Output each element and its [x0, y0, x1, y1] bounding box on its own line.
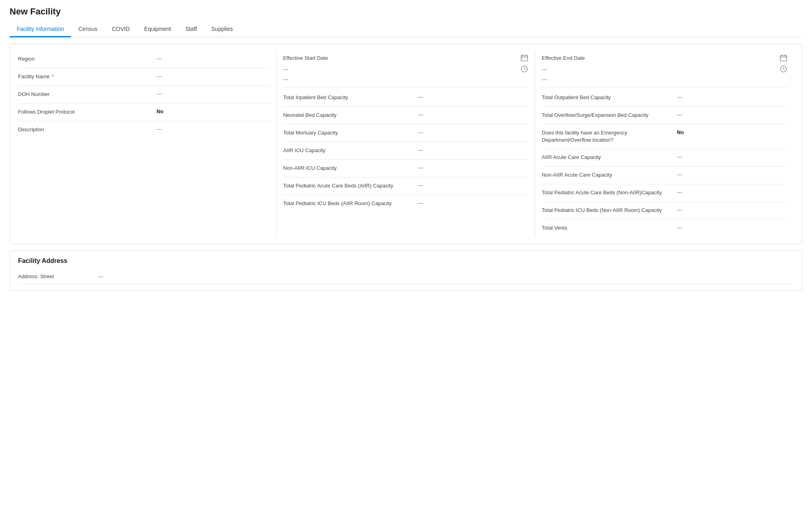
field-aiir-icu: AIIR ICU Capacity ---	[283, 142, 529, 160]
field-peds-non-aiir: Total Pediatric Acute Care Beds (Non-AII…	[542, 184, 788, 202]
col-end-date-beds: Effective End Date ---	[535, 51, 794, 237]
label-effective-end-date: Effective End Date	[542, 55, 585, 61]
label-peds-icu-non-aiir: Total Pediatric ICU Beds (Non-AIIR Room)…	[542, 207, 677, 214]
start-date-value-row: ---	[283, 63, 529, 75]
value-total-vents[interactable]: ---	[677, 224, 788, 230]
label-doh-number: DOH Number	[18, 91, 156, 98]
field-emergency-dept: Does this facility have an Emergency Dep…	[542, 124, 788, 149]
three-col-grid: Region --- Facility Name * --- DOH Numbe…	[18, 51, 794, 237]
value-doh-number[interactable]: ---	[156, 91, 270, 97]
label-neonatal: Neonatal Bed Capacity	[283, 112, 418, 119]
end-time-row: ---	[542, 75, 788, 84]
value-peds-icu-aiir[interactable]: ---	[418, 200, 528, 206]
tab-supplies[interactable]: Supplies	[204, 22, 240, 37]
field-overflow: Total Overflow/Surge/Expansion Bed Capac…	[542, 107, 788, 124]
field-peds-icu-aiir: Total Pediatric ICU Beds (AIIR Room) Cap…	[283, 195, 529, 213]
value-start-time[interactable]: ---	[283, 76, 529, 82]
value-aiir-acute[interactable]: ---	[677, 154, 788, 160]
label-droplet-protocol: Follows Droplet Protocol	[18, 108, 156, 116]
field-peds-icu-non-aiir: Total Pediatric ICU Beds (Non-AIIR Room)…	[542, 202, 788, 220]
field-facility-name: Facility Name * ---	[18, 68, 270, 86]
value-non-aiir-icu[interactable]: ---	[418, 165, 528, 171]
effective-start-date-container: Effective Start Date ---	[283, 51, 529, 88]
value-droplet-protocol[interactable]: No	[156, 108, 270, 114]
label-non-aiir-acute: Non-AIIR Acute Care Capacity	[542, 171, 677, 179]
field-droplet-protocol: Follows Droplet Protocol No	[18, 104, 270, 121]
value-end-date[interactable]: ---	[542, 66, 780, 72]
label-address-street: Address: Street	[18, 273, 98, 279]
calendar-icon-end[interactable]	[780, 54, 788, 62]
field-doh-number: DOH Number ---	[18, 86, 270, 104]
label-overflow: Total Overflow/Surge/Expansion Bed Capac…	[542, 112, 677, 119]
col-start-date-beds: Effective Start Date ---	[277, 51, 536, 237]
value-total-inpatient[interactable]: ---	[418, 94, 528, 100]
tab-covid[interactable]: COVID	[105, 22, 137, 37]
value-peds-aiir[interactable]: ---	[418, 182, 528, 188]
label-aiir-acute: AIIR Acute Care Capacity	[542, 154, 677, 161]
label-peds-aiir: Total Pediatric Acute Care Beds (AIIR) C…	[283, 182, 418, 189]
value-emergency-dept[interactable]: No	[677, 129, 788, 135]
start-time-row: ---	[283, 75, 529, 84]
clock-icon-end[interactable]	[780, 65, 788, 73]
field-mortuary: Total Mortuary Capacity ---	[283, 124, 529, 142]
tab-staff[interactable]: Staff	[178, 22, 204, 37]
value-start-date[interactable]: ---	[283, 66, 521, 72]
label-outpatient: Total Outpatient Bed Capacity	[542, 94, 677, 101]
svg-rect-7	[780, 55, 787, 61]
label-non-aiir-icu: Non-AIIR ICU Capacity	[283, 165, 418, 172]
facility-address-section: Facility Address Address: Street ---	[10, 250, 802, 291]
value-non-aiir-acute[interactable]: ---	[677, 171, 788, 177]
value-region[interactable]: ---	[156, 55, 270, 61]
tab-census[interactable]: Census	[71, 22, 104, 37]
label-total-vents: Total Vents	[542, 224, 677, 232]
end-date-value-row: ---	[542, 63, 788, 75]
svg-line-13	[784, 69, 785, 70]
col-basic-info: Region --- Facility Name * --- DOH Numbe…	[18, 51, 277, 237]
field-description: Description ---	[18, 121, 270, 139]
page-container: New Facility Facility Information Census…	[0, 0, 812, 505]
effective-end-date-container: Effective End Date ---	[542, 51, 788, 88]
required-star: *	[52, 73, 54, 79]
value-mortuary[interactable]: ---	[418, 129, 528, 135]
value-peds-icu-non-aiir[interactable]: ---	[677, 207, 788, 213]
clock-icon-start[interactable]	[520, 65, 528, 73]
field-peds-aiir: Total Pediatric Acute Care Beds (AIIR) C…	[283, 177, 529, 195]
field-non-aiir-icu: Non-AIIR ICU Capacity ---	[283, 160, 529, 177]
page-title: New Facility	[10, 6, 802, 17]
value-outpatient[interactable]: ---	[677, 94, 788, 100]
label-mortuary: Total Mortuary Capacity	[283, 129, 418, 136]
label-facility-name: Facility Name *	[18, 73, 156, 80]
value-aiir-icu[interactable]: ---	[418, 147, 528, 153]
value-peds-non-aiir[interactable]: ---	[677, 189, 788, 195]
label-description: Description	[18, 126, 156, 133]
field-region: Region ---	[18, 51, 270, 68]
label-total-inpatient: Total Inpatient Bed Capacity	[283, 94, 418, 101]
tab-equipment[interactable]: Equipment	[137, 22, 178, 37]
facility-info-card: Region --- Facility Name * --- DOH Numbe…	[10, 44, 802, 244]
value-neonatal[interactable]: ---	[418, 112, 528, 118]
tab-bar: Facility Information Census COVID Equipm…	[10, 22, 802, 37]
label-peds-non-aiir: Total Pediatric Acute Care Beds (Non-AII…	[542, 189, 677, 196]
label-peds-icu-aiir: Total Pediatric ICU Beds (AIIR Room) Cap…	[283, 200, 418, 207]
value-end-time[interactable]: ---	[542, 76, 788, 82]
value-overflow[interactable]: ---	[677, 112, 788, 118]
value-facility-name[interactable]: ---	[156, 73, 270, 79]
label-region: Region	[18, 55, 156, 63]
effective-start-date-header: Effective Start Date	[283, 51, 529, 63]
svg-line-6	[524, 69, 526, 70]
facility-address-title: Facility Address	[18, 257, 794, 265]
value-description[interactable]: ---	[156, 126, 270, 132]
field-aiir-acute: AIIR Acute Care Capacity ---	[542, 149, 788, 167]
field-total-inpatient: Total Inpatient Bed Capacity ---	[283, 89, 529, 107]
field-total-vents: Total Vents ---	[542, 220, 788, 237]
tab-facility-information[interactable]: Facility Information	[10, 22, 71, 37]
label-aiir-icu: AIIR ICU Capacity	[283, 147, 418, 154]
field-non-aiir-acute: Non-AIIR Acute Care Capacity ---	[542, 167, 788, 184]
calendar-icon-start[interactable]	[520, 54, 528, 62]
effective-end-date-header: Effective End Date	[542, 51, 788, 63]
field-address-street: Address: Street ---	[18, 269, 794, 284]
label-emergency-dept: Does this facility have an Emergency Dep…	[542, 129, 677, 144]
value-address-street[interactable]: ---	[98, 273, 104, 279]
svg-rect-0	[521, 55, 528, 61]
field-neonatal: Neonatal Bed Capacity ---	[283, 107, 529, 124]
